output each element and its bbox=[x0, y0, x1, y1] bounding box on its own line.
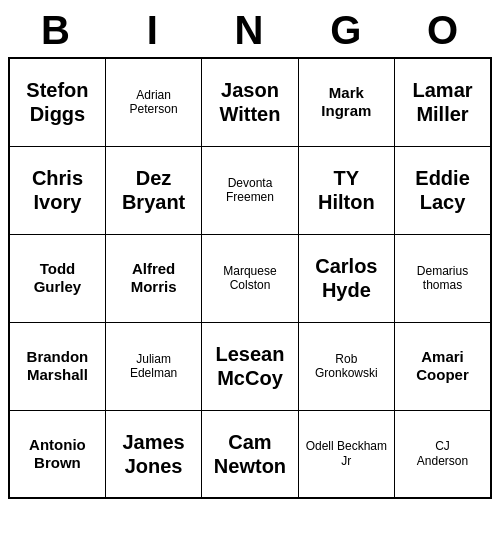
title-g: G bbox=[298, 8, 395, 53]
cell-0-2: JasonWitten bbox=[202, 58, 298, 146]
cell-2-2: MarqueseColston bbox=[202, 234, 298, 322]
bingo-grid: StefonDiggsAdrianPetersonJasonWittenMark… bbox=[8, 57, 492, 499]
title-i: I bbox=[105, 8, 202, 53]
cell-1-2: DevontaFreemen bbox=[202, 146, 298, 234]
bingo-title: B I N G O bbox=[8, 8, 492, 53]
cell-4-1: JamesJones bbox=[105, 410, 201, 498]
cell-3-4: AmariCooper bbox=[395, 322, 491, 410]
cell-1-0: ChrisIvory bbox=[9, 146, 105, 234]
cell-4-3: Odell BeckhamJr bbox=[298, 410, 394, 498]
cell-1-3: TYHilton bbox=[298, 146, 394, 234]
cell-3-0: BrandonMarshall bbox=[9, 322, 105, 410]
cell-4-4: CJAnderson bbox=[395, 410, 491, 498]
cell-2-4: Demariusthomas bbox=[395, 234, 491, 322]
cell-3-2: LeseanMcCoy bbox=[202, 322, 298, 410]
cell-2-1: AlfredMorris bbox=[105, 234, 201, 322]
cell-4-0: AntonioBrown bbox=[9, 410, 105, 498]
cell-0-4: LamarMiller bbox=[395, 58, 491, 146]
cell-1-4: EddieLacy bbox=[395, 146, 491, 234]
cell-2-0: ToddGurley bbox=[9, 234, 105, 322]
cell-0-3: MarkIngram bbox=[298, 58, 394, 146]
cell-1-1: DezBryant bbox=[105, 146, 201, 234]
title-n: N bbox=[202, 8, 299, 53]
cell-0-0: StefonDiggs bbox=[9, 58, 105, 146]
title-o: O bbox=[395, 8, 492, 53]
title-b: B bbox=[8, 8, 105, 53]
cell-2-3: CarlosHyde bbox=[298, 234, 394, 322]
cell-3-1: JuliamEdelman bbox=[105, 322, 201, 410]
cell-0-1: AdrianPeterson bbox=[105, 58, 201, 146]
cell-4-2: CamNewton bbox=[202, 410, 298, 498]
cell-3-3: RobGronkowski bbox=[298, 322, 394, 410]
